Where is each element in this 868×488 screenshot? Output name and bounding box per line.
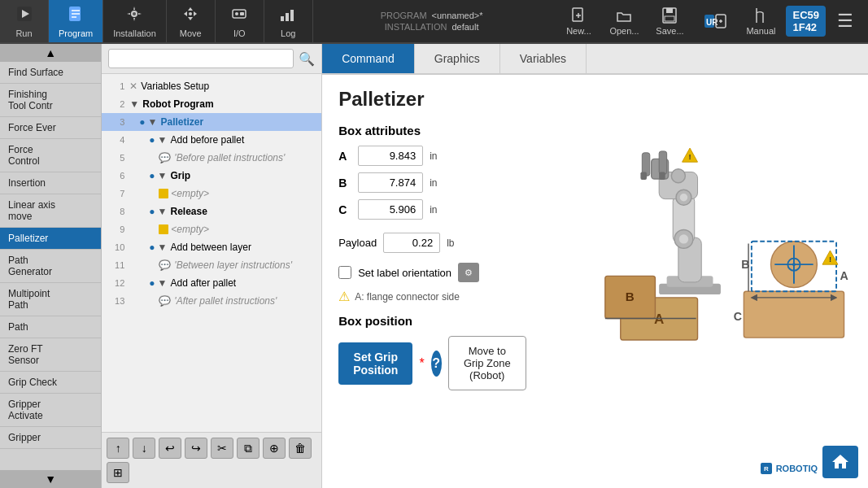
svg-text:B: B bbox=[626, 290, 635, 303]
ur-plus-button[interactable]: UR bbox=[695, 12, 735, 30]
sidebar-item-force-control[interactable]: ForceControl bbox=[0, 139, 101, 172]
tab-graphics[interactable]: Graphics bbox=[415, 44, 500, 73]
yellow-square-icon bbox=[159, 224, 168, 234]
triangle-icon: ▼ bbox=[158, 134, 168, 146]
attr-c-input[interactable] bbox=[358, 199, 423, 220]
tree-row[interactable]: 10 ● ▼ Add between layer bbox=[102, 238, 321, 256]
set-label-orientation-checkbox[interactable] bbox=[338, 266, 351, 279]
open-button[interactable]: Open... bbox=[604, 7, 644, 36]
attr-row-b: B in bbox=[338, 172, 526, 193]
copy-button[interactable]: ⧉ bbox=[237, 438, 260, 459]
tree-row[interactable]: 7 <empty> bbox=[102, 185, 321, 203]
payload-input[interactable] bbox=[383, 233, 440, 253]
svg-rect-47 bbox=[744, 291, 844, 338]
svg-rect-12 bbox=[281, 16, 284, 21]
tree-row[interactable]: 1 ✕ Variables Setup bbox=[102, 77, 321, 95]
svg-rect-14 bbox=[290, 10, 294, 21]
attr-c-label: C bbox=[338, 203, 351, 216]
nav-run[interactable]: Run bbox=[0, 0, 49, 42]
tree-row[interactable]: 2 ▼ Robot Program bbox=[102, 95, 321, 113]
hamburger-menu[interactable]: ☰ bbox=[831, 11, 860, 32]
installation-icon bbox=[125, 5, 143, 27]
svg-text:A: A bbox=[840, 269, 848, 282]
dot-icon: ● bbox=[149, 170, 155, 181]
add-button[interactable]: ⊕ bbox=[263, 438, 286, 459]
tree-row[interactable]: 11 💬 'Between layer instructions' bbox=[102, 256, 321, 274]
tab-variables[interactable]: Variables bbox=[500, 44, 587, 73]
move-down-button[interactable]: ↓ bbox=[133, 438, 155, 459]
sidebar-item-path[interactable]: Path bbox=[0, 316, 101, 338]
sidebar-item-find-surface[interactable]: Find Surface bbox=[0, 62, 101, 84]
help-button[interactable]: ? bbox=[431, 351, 442, 377]
sidebar-item-force-ever[interactable]: Force Ever bbox=[0, 117, 101, 139]
attr-a-input[interactable] bbox=[358, 146, 423, 166]
attr-a-unit: in bbox=[430, 150, 437, 162]
sidebar-item-insertion[interactable]: Insertion bbox=[0, 172, 101, 194]
triangle-icon: ▼ bbox=[129, 98, 139, 110]
sidebar-item-grip-check[interactable]: Grip Check bbox=[0, 372, 101, 394]
sidebar-item-multipoint-path[interactable]: MultipointPath bbox=[0, 283, 101, 316]
attr-b-unit: in bbox=[430, 177, 437, 189]
sidebar-item-finishing-tool[interactable]: FinishingTool Contr bbox=[0, 84, 101, 117]
io-icon bbox=[230, 5, 248, 27]
sidebar-item-path-generator[interactable]: PathGenerator bbox=[0, 250, 101, 283]
grid-button[interactable]: ⊞ bbox=[107, 462, 129, 483]
new-button[interactable]: New... bbox=[558, 7, 599, 36]
save-button[interactable]: Save... bbox=[649, 7, 690, 36]
redo-button[interactable]: ↪ bbox=[185, 438, 207, 459]
svg-point-7 bbox=[133, 12, 136, 15]
tree-row[interactable]: 13 💬 'After pallet instructions' bbox=[102, 292, 321, 310]
tree-row[interactable]: 12 ● ▼ Add after pallet bbox=[102, 274, 321, 292]
sidebar-item-linear-axis[interactable]: Linear axismove bbox=[0, 194, 101, 228]
tree-row[interactable]: 5 💬 'Before pallet instructions' bbox=[102, 149, 321, 167]
svg-text:!: ! bbox=[688, 152, 691, 161]
move-up-button[interactable]: ↑ bbox=[107, 438, 129, 459]
sidebar-scroll-down[interactable]: ▼ bbox=[0, 470, 101, 488]
sidebar-list: Find Surface FinishingTool Contr Force E… bbox=[0, 62, 101, 470]
tree-row-palletizer[interactable]: 3 ● ▼ Palletizer bbox=[102, 113, 321, 131]
triangle-icon: ▼ bbox=[158, 170, 168, 181]
right-column: ! A B bbox=[543, 124, 852, 390]
sidebar-scroll-up[interactable]: ▲ bbox=[0, 44, 101, 62]
tree-toolbar: ↑ ↓ ↩ ↪ ✂ ⧉ ⊕ 🗑 ⊞ bbox=[102, 432, 321, 488]
nav-log[interactable]: Log bbox=[264, 0, 313, 42]
tree-search-input[interactable] bbox=[108, 49, 294, 68]
tab-command[interactable]: Command bbox=[322, 44, 415, 73]
tree-row[interactable]: 9 <empty> bbox=[102, 220, 321, 238]
search-icon[interactable]: 🔍 bbox=[299, 51, 315, 67]
comment-icon: 💬 bbox=[159, 295, 171, 307]
delete-button[interactable]: 🗑 bbox=[289, 438, 312, 459]
sidebar-item-palletizer[interactable]: Palletizer bbox=[0, 228, 101, 250]
nav-program[interactable]: Program bbox=[49, 0, 103, 42]
svg-text:C: C bbox=[734, 310, 742, 323]
comment-icon: 💬 bbox=[159, 152, 171, 163]
sidebar-item-gripper-activate[interactable]: GripperActivate bbox=[0, 394, 101, 427]
svg-point-10 bbox=[235, 12, 238, 15]
home-button[interactable] bbox=[822, 446, 858, 478]
sidebar-item-gripper[interactable]: Gripper bbox=[0, 427, 101, 449]
move-to-grip-zone-button[interactable]: Move to Grip Zone (Robot) bbox=[448, 336, 526, 390]
set-grip-position-button[interactable]: Set Grip Position bbox=[338, 342, 412, 385]
page-title: Palletizer bbox=[338, 88, 852, 111]
robot-graphic: ! A B bbox=[559, 124, 852, 351]
tree-row[interactable]: 4 ● ▼ Add before pallet bbox=[102, 131, 321, 149]
attr-row-a: A in bbox=[338, 146, 526, 166]
nav-move[interactable]: Move bbox=[167, 0, 216, 42]
orientation-settings-button[interactable]: ⚙ bbox=[458, 263, 479, 282]
manual-button[interactable]: Manual bbox=[740, 7, 781, 36]
cut-button[interactable]: ✂ bbox=[211, 438, 233, 459]
box-attributes-section: Box attributes A in B in C bbox=[338, 124, 526, 220]
program-icon bbox=[67, 5, 85, 27]
tree-panel: 🔍 1 ✕ Variables Setup 2 ▼ Robot Program … bbox=[102, 44, 322, 488]
robotiq-logo: R ROBOTIQ bbox=[760, 462, 818, 475]
nav-installation[interactable]: Installation bbox=[103, 0, 167, 42]
sidebar-item-zero-ft[interactable]: Zero FTSensor bbox=[0, 338, 101, 372]
tree-row[interactable]: 8 ● ▼ Release bbox=[102, 203, 321, 220]
undo-button[interactable]: ↩ bbox=[159, 438, 181, 459]
attr-b-input[interactable] bbox=[358, 172, 423, 193]
robot-arm bbox=[640, 151, 721, 294]
tree-row[interactable]: 6 ● ▼ Grip bbox=[102, 167, 321, 185]
comment-icon: 💬 bbox=[159, 259, 171, 271]
nav-io[interactable]: I/O bbox=[216, 0, 264, 42]
triangle-icon: ▼ bbox=[158, 242, 168, 253]
